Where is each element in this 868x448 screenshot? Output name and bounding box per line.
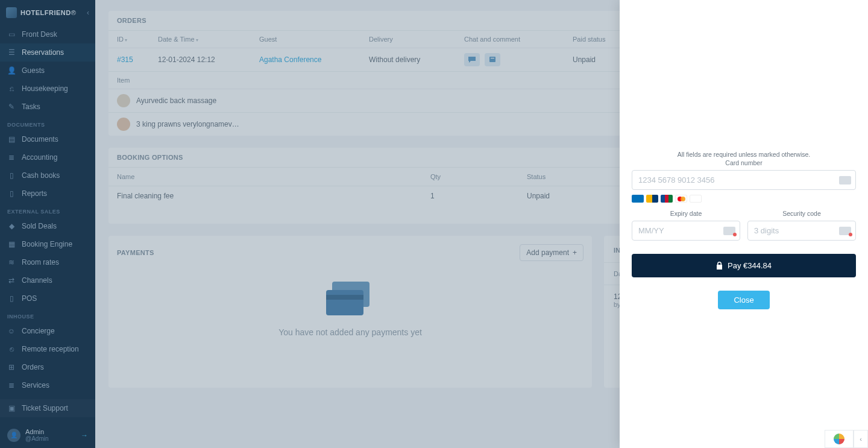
visa-icon bbox=[690, 195, 702, 203]
item-name: 3 king prawns verylongnamev… bbox=[136, 120, 239, 128]
payments-empty-text: You have not added any payments yet bbox=[278, 327, 422, 337]
payments-panel: PAYMENTS Add payment + You have not adde… bbox=[108, 236, 592, 388]
booking-col-qty: Qty bbox=[430, 173, 527, 180]
rates-icon: ≋ bbox=[7, 258, 16, 267]
nav-services[interactable]: ≣ Services bbox=[0, 376, 95, 394]
nav-section-inhouse: INHOUSE bbox=[0, 308, 95, 322]
order-delivery: Without delivery bbox=[369, 55, 464, 64]
cashbook-icon: ▯ bbox=[7, 171, 16, 180]
housekeeping-icon: ⎌ bbox=[7, 84, 16, 93]
orders-col-chat[interactable]: Chat and comment bbox=[464, 36, 573, 43]
nav-reports[interactable]: ▯ Reports bbox=[0, 185, 95, 203]
services-icon: ≣ bbox=[7, 381, 16, 390]
nav-guests[interactable]: 👤 Guests bbox=[0, 62, 95, 80]
nav-cashbooks[interactable]: ▯ Cash books bbox=[0, 166, 95, 185]
payments-title: PAYMENTS bbox=[117, 249, 154, 256]
corner-collapse-icon[interactable]: ‹ bbox=[854, 430, 868, 448]
reports-icon: ▯ bbox=[7, 189, 16, 198]
nav-channels[interactable]: ⇄ Channels bbox=[0, 271, 95, 289]
admin-handle: @Admin bbox=[25, 435, 49, 442]
nav-room-rates[interactable]: ≋ Room rates bbox=[0, 253, 95, 271]
pos-icon: ▯ bbox=[7, 294, 16, 303]
brand-logo: HOTELFRIEND® ‹ bbox=[0, 0, 95, 25]
comment-icon[interactable] bbox=[485, 53, 500, 66]
cvc-label: Security code bbox=[747, 210, 856, 217]
booking-col-status: Status bbox=[527, 173, 623, 180]
svg-rect-1 bbox=[491, 58, 494, 58]
admin-name: Admin bbox=[25, 428, 49, 435]
order-datetime: 12-01-2024 12:12 bbox=[158, 55, 259, 64]
item-thumb-icon bbox=[117, 94, 130, 107]
nav-concierge[interactable]: ☺ Concierge bbox=[0, 322, 95, 340]
card-number-label: Card number bbox=[632, 159, 856, 166]
card-icon bbox=[839, 176, 851, 185]
lock-icon bbox=[716, 262, 723, 270]
mastercard-icon bbox=[675, 195, 687, 203]
item-col-item: Item bbox=[117, 77, 614, 84]
nav-booking-engine[interactable]: ▦ Booking Engine bbox=[0, 235, 95, 253]
nav-pos[interactable]: ▯ POS bbox=[0, 289, 95, 308]
nav-tasks[interactable]: ✎ Tasks bbox=[0, 98, 95, 116]
orders-col-delivery[interactable]: Delivery bbox=[369, 36, 464, 43]
item-name: Ayurvedic back massage bbox=[136, 96, 216, 105]
nav-sold-deals[interactable]: ◆ Sold Deals bbox=[0, 217, 95, 235]
amex-icon bbox=[632, 195, 644, 203]
booking-col-name: Name bbox=[117, 173, 430, 180]
nav-housekeeping[interactable]: ⎌ Housekeeping bbox=[0, 80, 95, 98]
sidebar: HOTELFRIEND® ‹ ▭ Front Desk ☰ Reservatio… bbox=[0, 0, 95, 448]
desk-icon: ▭ bbox=[7, 30, 16, 39]
logo-cube-icon bbox=[6, 7, 17, 18]
nav-ticket-support[interactable]: ▣ Ticket Support bbox=[0, 399, 95, 417]
plus-icon: + bbox=[573, 248, 577, 257]
close-button[interactable]: Close bbox=[718, 291, 769, 309]
nav-orders[interactable]: ⊞ Orders bbox=[0, 358, 95, 376]
cvc-icon bbox=[839, 227, 851, 235]
nav-section-documents: DOCUMENTS bbox=[0, 116, 95, 130]
engine-icon: ▦ bbox=[7, 240, 16, 248]
ticket-icon: ▣ bbox=[7, 404, 16, 412]
channels-icon: ⇄ bbox=[7, 276, 16, 285]
nav-accounting[interactable]: ≣ Accounting bbox=[0, 148, 95, 166]
admin-account[interactable]: 👤 Admin @Admin → bbox=[0, 422, 95, 448]
nav-documents[interactable]: ▤ Documents bbox=[0, 130, 95, 148]
bancontact-icon bbox=[646, 195, 658, 203]
add-payment-button[interactable]: Add payment + bbox=[520, 244, 583, 261]
calendar-icon bbox=[723, 227, 735, 235]
pay-button[interactable]: Pay €344.84 bbox=[632, 254, 856, 277]
orders-col-datetime[interactable]: Date & Time▾ bbox=[158, 36, 259, 43]
admin-avatar-icon: 👤 bbox=[7, 429, 20, 442]
orders-col-id[interactable]: ID▾ bbox=[117, 36, 158, 43]
orders-icon: ⊞ bbox=[7, 363, 16, 371]
order-guest[interactable]: Agatha Conference bbox=[259, 55, 369, 64]
corner-app-icon[interactable] bbox=[825, 430, 854, 448]
collapse-sidebar-icon[interactable]: ‹ bbox=[87, 8, 89, 17]
nav-remote-reception[interactable]: ⎋ Remote reception bbox=[0, 340, 95, 358]
nav-reservations[interactable]: ☰ Reservations bbox=[0, 43, 95, 62]
nav-section-external: EXTERNAL SALES bbox=[0, 203, 95, 217]
nav-front-desk[interactable]: ▭ Front Desk bbox=[0, 25, 95, 43]
remote-icon: ⎋ bbox=[7, 345, 16, 353]
jcb-icon bbox=[661, 195, 673, 203]
accounting-icon: ≣ bbox=[7, 153, 16, 162]
svg-rect-0 bbox=[489, 57, 495, 62]
orders-col-guest[interactable]: Guest bbox=[259, 36, 369, 43]
tasks-icon: ✎ bbox=[7, 103, 16, 111]
cards-illustration-icon bbox=[326, 282, 374, 318]
booking-qty: 1 bbox=[430, 192, 527, 200]
order-id[interactable]: #315 bbox=[117, 55, 158, 64]
admin-arrow-icon: → bbox=[81, 431, 88, 440]
booking-name: Final cleaning fee bbox=[117, 192, 430, 200]
form-note: All fields are required unless marked ot… bbox=[632, 151, 856, 158]
tag-icon: ◆ bbox=[7, 222, 16, 230]
brand-name: HOTELFRIEND® bbox=[20, 9, 76, 16]
item-thumb-icon bbox=[117, 118, 130, 131]
card-number-input[interactable] bbox=[632, 170, 856, 190]
corner-widgets: ‹ bbox=[825, 430, 868, 448]
folder-icon: ▤ bbox=[7, 135, 16, 144]
payment-drawer: All fields are required unless marked ot… bbox=[620, 0, 868, 448]
reservations-icon: ☰ bbox=[7, 48, 16, 57]
expiry-label: Expiry date bbox=[632, 210, 740, 217]
chat-icon[interactable] bbox=[464, 53, 480, 66]
concierge-icon: ☺ bbox=[7, 327, 16, 335]
card-brands bbox=[632, 195, 856, 203]
